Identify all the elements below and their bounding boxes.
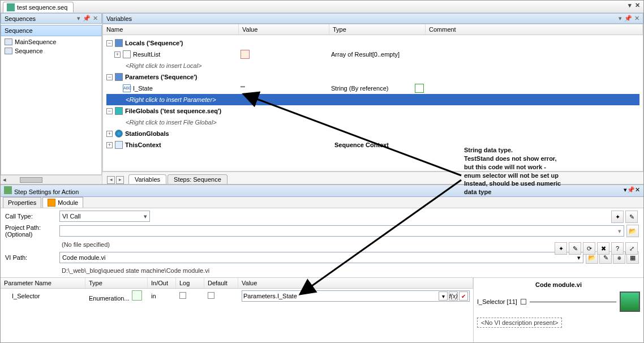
fx-button[interactable]: f(x) xyxy=(449,291,458,301)
insert-fileglobal-hint[interactable]: <Right click to insert File Global> xyxy=(106,117,639,128)
tab-next-icon[interactable]: ▸ xyxy=(116,176,124,184)
dropdown-icon[interactable]: ▾ xyxy=(77,15,80,22)
sequence-item[interactable]: Sequence xyxy=(1,46,101,55)
param-name: I_Selector xyxy=(1,293,85,299)
step-settings-header: Step Settings for Action ▾📌✕ xyxy=(1,185,643,197)
toolbar-button[interactable]: ✎ xyxy=(625,211,638,223)
pin-icon[interactable]: 📌 xyxy=(627,186,635,193)
insert-parameter-hint[interactable]: <Right click to insert Parameter> xyxy=(106,94,639,105)
tab-module[interactable]: Module xyxy=(42,197,83,208)
node-label: Parameters ('Sequence') xyxy=(125,71,244,83)
insert-local-hint[interactable]: <Right click to insert Local> xyxy=(106,60,639,71)
chevron-down-icon[interactable]: ▾ xyxy=(439,291,448,301)
collapse-icon[interactable]: − xyxy=(106,40,113,46)
tab-variables[interactable]: Variables xyxy=(128,174,166,184)
menu-chevron-icon[interactable]: ▾ xyxy=(628,2,632,9)
node-label: FileGlobals ('test sequence.seq') xyxy=(125,105,244,117)
dropdown-icon[interactable]: ▾ xyxy=(619,15,622,22)
stationglobals-node[interactable]: + StationGlobals xyxy=(106,128,639,139)
sequence-item-main[interactable]: MainSequence xyxy=(1,37,101,46)
refresh-button[interactable]: ⟳ xyxy=(583,242,595,255)
options-icon[interactable] xyxy=(415,84,424,93)
check-button[interactable]: ✔ xyxy=(459,291,468,301)
scroll-thumb[interactable] xyxy=(20,177,42,183)
col-param-name[interactable]: Parameter Name xyxy=(1,278,85,288)
expand-icon[interactable]: + xyxy=(106,142,113,148)
browse-button[interactable]: 📂 xyxy=(626,225,639,237)
project-path-combo[interactable]: ▾ xyxy=(59,225,624,237)
node-type: String (By reference) xyxy=(331,83,415,94)
locals-node[interactable]: − Locals ('Sequence') xyxy=(106,37,639,49)
log-checkbox[interactable] xyxy=(179,292,186,299)
no-description: <No VI description present> xyxy=(477,318,562,328)
container-icon xyxy=(115,73,123,81)
sequence-icon xyxy=(5,48,12,54)
toolbar-button[interactable]: ✦ xyxy=(611,211,624,223)
help-button[interactable]: ? xyxy=(611,242,624,255)
value-editor[interactable]: Parameters.I_State ▾f(x)✔ xyxy=(242,290,470,302)
thiscontext-node[interactable]: + ThisContext Sequence Context xyxy=(106,139,639,151)
scroll-left-icon[interactable]: ◂ xyxy=(1,176,8,184)
tab-properties[interactable]: Properties xyxy=(3,197,41,208)
pin-icon[interactable]: 📌 xyxy=(624,15,632,22)
document-tab[interactable]: test sequence.seq xyxy=(3,2,74,12)
tab-steps[interactable]: Steps: Sequence xyxy=(168,174,227,184)
variables-title: Variables xyxy=(106,15,132,22)
module-form: Call Type: VI Call▾ Project Path:(Option… xyxy=(1,208,643,277)
col-comment[interactable]: Comment xyxy=(426,24,643,35)
enum-icon[interactable] xyxy=(132,290,142,301)
call-type-combo[interactable]: VI Call▾ xyxy=(59,211,150,222)
chevron-down-icon: ▾ xyxy=(144,213,147,220)
toolbar-button[interactable]: ✎ xyxy=(569,242,581,255)
value-text: Parameters.I_State xyxy=(243,293,297,299)
vi-path-combo[interactable]: Code module.vi▾ xyxy=(59,252,583,263)
parameters-node[interactable]: − Parameters ('Sequence') xyxy=(106,71,639,83)
terminal-icon xyxy=(521,299,526,305)
node-label: Locals ('Sequence') xyxy=(125,37,244,49)
istate-node[interactable]: ABC I_State "" String (By reference) xyxy=(106,83,639,94)
connector-label: I_Selector [11] xyxy=(477,298,517,305)
globe-icon xyxy=(115,130,123,138)
node-label: ThisContext xyxy=(125,139,244,151)
vi-path-value: Code module.vi xyxy=(62,254,105,261)
grid-icon[interactable] xyxy=(241,50,250,59)
hscrollbar[interactable]: ◂ xyxy=(1,175,102,184)
gear-icon xyxy=(4,186,12,194)
col-type[interactable]: Type xyxy=(85,278,148,288)
expand-button[interactable]: ⤢ xyxy=(625,242,638,255)
hint-text: <Right click to insert Parameter> xyxy=(126,94,216,105)
tab-prev-icon[interactable]: ◂ xyxy=(107,176,115,184)
col-inout[interactable]: In/Out xyxy=(148,278,176,288)
col-value[interactable]: Value xyxy=(239,24,329,35)
toolbar-button[interactable]: ✦ xyxy=(555,242,567,255)
close-icon[interactable]: ✕ xyxy=(634,15,639,22)
close-icon[interactable]: ✕ xyxy=(93,15,98,22)
col-default[interactable]: Default xyxy=(204,278,238,288)
label-optional: (Optional) xyxy=(5,231,32,238)
col-type[interactable]: Type xyxy=(329,24,426,35)
document-tab-label: test sequence.seq xyxy=(17,4,67,11)
pin-icon[interactable]: 📌 xyxy=(83,15,91,22)
sequence-file-icon xyxy=(7,3,15,11)
close-icon[interactable]: ✕ xyxy=(635,2,640,9)
col-log[interactable]: Log xyxy=(176,278,204,288)
variables-tree: − Locals ('Sequence') + ResultList Array… xyxy=(103,35,643,153)
toolbar-button[interactable]: ✖ xyxy=(597,242,609,255)
sequence-column-header[interactable]: Sequence xyxy=(1,25,102,36)
expand-icon[interactable]: + xyxy=(114,52,121,58)
document-tabs: test sequence.seq ▾ ✕ xyxy=(1,1,643,13)
col-value[interactable]: Value xyxy=(238,278,473,288)
param-io: in xyxy=(148,293,176,299)
close-icon[interactable]: ✕ xyxy=(635,186,640,193)
fileglobals-node[interactable]: − FileGlobals ('test sequence.seq') xyxy=(106,105,639,117)
collapse-icon[interactable]: − xyxy=(106,108,113,114)
resultlist-node[interactable]: + ResultList Array of Result[0..empty] xyxy=(106,49,639,60)
expand-icon[interactable]: + xyxy=(106,131,113,137)
sequence-label: MainSequence xyxy=(15,38,56,45)
col-name[interactable]: Name xyxy=(103,24,239,35)
default-checkbox[interactable] xyxy=(208,292,214,299)
sequence-label: Sequence xyxy=(15,48,43,54)
param-row[interactable]: I_Selector Enumeration... in Parameters.… xyxy=(1,289,473,303)
sequence-list: MainSequence Sequence xyxy=(1,36,102,175)
collapse-icon[interactable]: − xyxy=(106,74,113,80)
